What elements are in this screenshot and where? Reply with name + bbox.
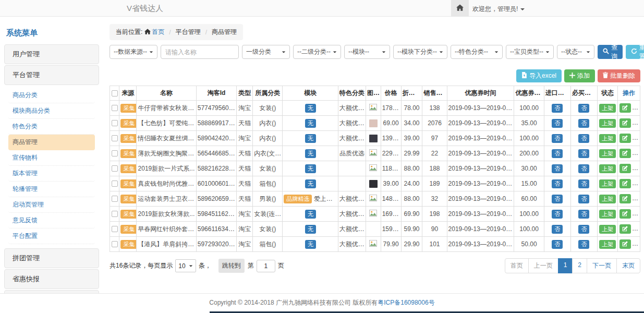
batch-delete-button[interactable]: 批量删除 xyxy=(598,69,640,82)
must-buy-cell: 否 xyxy=(570,222,597,237)
type-cell: 天猫 xyxy=(237,176,253,191)
edit-button[interactable] xyxy=(619,209,631,219)
sidebar-item-模块商品分类[interactable]: 模块商品分类 xyxy=(8,103,95,119)
pager-item-下一页[interactable]: 下一页 xyxy=(587,258,617,273)
feature-cell: 大额优惠券 xyxy=(338,222,366,237)
filter-select-5[interactable]: --特色分类-- xyxy=(451,45,503,59)
sale-price-cell: 88.00 xyxy=(401,191,422,207)
user-menu[interactable]: 欢迎您，管理员! xyxy=(472,5,525,14)
source-cell: 采集 xyxy=(119,131,137,146)
sidebar-item-宣传物料[interactable]: 宣传物料 xyxy=(8,150,95,166)
row-checkbox[interactable] xyxy=(112,226,118,232)
pager-item-2[interactable]: 2 xyxy=(572,258,587,273)
icon-cell xyxy=(366,116,381,131)
module-cell: 无 xyxy=(283,207,338,222)
home-button[interactable] xyxy=(451,0,469,16)
module-badge: 无 xyxy=(305,164,316,173)
total-records-text: 共16条记录，每页显示 xyxy=(110,261,173,270)
pager-item-首页[interactable]: 首页 xyxy=(505,258,529,273)
sidebar-item-商品分类[interactable]: 商品分类 xyxy=(8,88,95,103)
must-buy-cell: 否 xyxy=(570,207,597,222)
price-cell: 69.00 xyxy=(381,116,401,131)
sidebar-item-版本管理[interactable]: 版本管理 xyxy=(8,166,95,182)
filter-select-1[interactable]: 一级分类 xyxy=(242,45,290,59)
row-checkbox[interactable] xyxy=(112,120,118,126)
coupon-amount-cell: 100.00 xyxy=(514,222,544,237)
source-badge: 采集 xyxy=(120,210,136,219)
breadcrumb-home-link[interactable]: 首页 xyxy=(144,28,164,37)
search-button[interactable]: 查询 xyxy=(598,45,623,59)
column-header-图标: 图标 xyxy=(366,86,381,101)
edit-button[interactable] xyxy=(619,118,631,128)
row-checkbox[interactable] xyxy=(112,211,118,217)
sidebar-item-商品管理[interactable]: 商品管理 xyxy=(8,135,95,150)
table-row: 采集【港风】单肩斜挎链条...597293020870淘宝箱包()无大额优惠券7… xyxy=(110,237,640,252)
column-header-折后价: 折后价 xyxy=(401,86,422,101)
sidebar-group-拼团管理[interactable]: 拼团管理 xyxy=(4,248,99,268)
filter-select-7[interactable]: --状态-- xyxy=(557,45,594,59)
pager-item-末页[interactable]: 末页 xyxy=(616,258,640,273)
row-checkbox[interactable] xyxy=(112,180,118,187)
filter-select-0[interactable]: --数据来源-- xyxy=(110,45,157,59)
source-badge: 采集 xyxy=(120,225,136,234)
filter-select-6[interactable]: --宝贝类型-- xyxy=(506,45,554,59)
jump-page-input[interactable] xyxy=(257,260,275,272)
feature-cell: 大额优惠券 xyxy=(338,116,366,131)
import-excel-button[interactable]: 导入excel xyxy=(516,69,562,82)
category-cell: 内衣(文胸) xyxy=(253,146,283,161)
jump-suffix: 页 xyxy=(278,261,284,270)
edit-button[interactable] xyxy=(619,224,631,234)
icp-link[interactable]: 粤ICP备16098006号 xyxy=(378,299,434,306)
pager-item-上一页[interactable]: 上一页 xyxy=(528,258,558,273)
name-search-input[interactable] xyxy=(161,45,239,59)
table-body: 采集牛仔背带裤女秋装减龄...577479560965淘宝女装()无大额优惠券1… xyxy=(110,101,640,252)
sales-count-cell: 2076 xyxy=(422,116,447,131)
add-button[interactable]: 添加 xyxy=(564,69,595,82)
sales-count-cell: 101 xyxy=(422,237,447,252)
jump-button[interactable]: 跳转到 xyxy=(218,259,245,273)
table-row: 采集2019新款一片式系...588216228899天猫女装()无118.00… xyxy=(110,161,640,176)
sidebar-item-平台配置[interactable]: 平台配置 xyxy=(8,228,95,244)
chevron-down-icon xyxy=(440,51,443,53)
reset-button[interactable]: 重置 xyxy=(626,45,644,59)
sidebar-item-意见反馈[interactable]: 意见反馈 xyxy=(8,213,95,228)
row-checkbox[interactable] xyxy=(112,196,118,202)
sale-price-cell: 24.00 xyxy=(401,176,422,191)
select-all-checkbox[interactable] xyxy=(112,90,118,97)
must-buy-cell: 否 xyxy=(570,161,597,176)
sidebar-item-特色分类[interactable]: 特色分类 xyxy=(8,119,95,135)
sidebar-group-省惠快报[interactable]: 省惠快报 xyxy=(4,269,99,289)
sidebar-item-轮播管理[interactable]: 轮播管理 xyxy=(8,182,95,197)
filter-select-3[interactable]: --模块-- xyxy=(344,45,390,59)
edit-button[interactable] xyxy=(619,149,631,158)
product-thumbnail xyxy=(369,119,378,127)
status-badge: 上架 xyxy=(599,149,616,158)
pager-item-1[interactable]: 1 xyxy=(558,258,573,273)
icon-cell xyxy=(366,101,381,116)
table-row: 采集【七色纺】可爱纯棉家...588869917501天猫内衣()无大额优惠券6… xyxy=(110,116,640,131)
sidebar-item-启动页管理[interactable]: 启动页管理 xyxy=(8,197,95,213)
row-checkbox[interactable] xyxy=(112,105,118,111)
per-page-select[interactable]: 10 xyxy=(175,259,196,272)
taoke-id-cell: 589620659791 xyxy=(196,191,237,207)
filter-select-2[interactable]: --二级分类-- xyxy=(293,45,341,59)
sidebar-group-用户管理[interactable]: 用户管理 xyxy=(4,44,99,64)
table-header-row: 来源名称淘客Id类型所属分类模块特色分类图标价格折后价销售数量优惠券时间优惠券金… xyxy=(110,86,640,101)
row-checkbox[interactable] xyxy=(112,241,118,247)
row-checkbox[interactable] xyxy=(112,150,118,156)
row-checkbox[interactable] xyxy=(112,135,118,141)
edit-button[interactable] xyxy=(619,164,631,173)
source-cell: 采集 xyxy=(119,222,137,237)
edit-button[interactable] xyxy=(619,194,631,203)
taoke-id-cell: 597293020870 xyxy=(196,237,237,252)
row-checkbox[interactable] xyxy=(112,165,118,172)
type-cell: 淘宝 xyxy=(237,222,253,237)
name-cell: 【港风】单肩斜挎链条... xyxy=(137,237,197,252)
edit-button[interactable] xyxy=(619,179,631,188)
column-header-特色分类: 特色分类 xyxy=(338,86,366,101)
edit-button[interactable] xyxy=(619,103,631,113)
filter-select-4[interactable]: --模块下分类-- xyxy=(393,45,447,59)
sidebar-group-平台管理[interactable]: 平台管理 xyxy=(4,65,99,85)
edit-button[interactable] xyxy=(619,239,631,249)
edit-button[interactable] xyxy=(619,134,631,143)
